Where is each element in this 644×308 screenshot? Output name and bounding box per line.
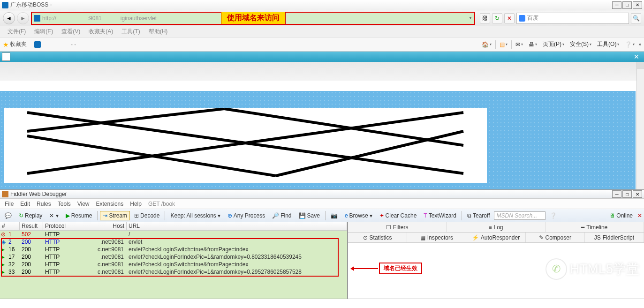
close-button[interactable]: ✕ bbox=[633, 1, 642, 9]
fiddler-maximize-button[interactable]: □ bbox=[622, 190, 632, 198]
stop-button[interactable]: ✕ bbox=[504, 13, 515, 23]
annotation-arrow: 域名已经生效 bbox=[352, 263, 422, 274]
maximize-button[interactable]: □ bbox=[622, 1, 632, 9]
fmenu-rules[interactable]: Rules bbox=[34, 200, 54, 208]
fiddler-title-bar: Fiddler Web Debugger ─ □ ✕ bbox=[0, 189, 644, 199]
watermark: ✆ HTML5学堂 bbox=[546, 258, 639, 280]
fmenu-extensions[interactable]: Extensions bbox=[93, 200, 127, 208]
page-menu[interactable]: 页面(P)▾ bbox=[541, 39, 566, 49]
ie-tab-bar: ✕ bbox=[0, 52, 644, 62]
baidu-icon bbox=[519, 15, 525, 22]
session-row[interactable]: ⊘1502HTTP/ bbox=[0, 231, 347, 238]
active-tab[interactable] bbox=[2, 53, 10, 61]
ie-app-icon bbox=[2, 2, 8, 8]
tab-composer[interactable]: ✎Composer bbox=[526, 233, 585, 242]
help-button[interactable]: ❔▾ bbox=[623, 40, 636, 49]
tools-menu[interactable]: 工具(O)▾ bbox=[595, 39, 621, 49]
fav-dash: - - bbox=[71, 41, 76, 48]
screenshot-button[interactable]: 📷 bbox=[328, 211, 341, 220]
site-fav-icon[interactable] bbox=[34, 41, 41, 48]
save-button[interactable]: 💾Save bbox=[296, 211, 323, 220]
fiddler-menu-bar: File Edit Rules Tools View Extensions He… bbox=[0, 199, 644, 209]
url-dropdown-icon[interactable]: ▼ bbox=[469, 16, 472, 20]
session-row[interactable]: ▸33200HTTPc.net:9081ervlet?checkLoginFor… bbox=[0, 268, 347, 276]
help-button-fiddler[interactable]: ❔ bbox=[547, 211, 560, 220]
fmenu-tools[interactable]: Tools bbox=[55, 200, 74, 208]
annotation-domain-effective: 域名已经生效 bbox=[379, 263, 422, 274]
tab-timeline[interactable]: ━Timeline bbox=[546, 222, 644, 232]
sessions-header[interactable]: # Result Protocol Host URL bbox=[0, 222, 347, 231]
fiddler-close-button[interactable]: ✕ bbox=[633, 190, 642, 198]
home-button[interactable]: 🏠▾ bbox=[480, 40, 493, 49]
minimize-button[interactable]: ─ bbox=[612, 1, 621, 9]
svg-line-2 bbox=[27, 109, 224, 131]
sessions-list[interactable]: ⊘1502HTTP/◈2200HTTP.net:9081ervlet▸16200… bbox=[0, 231, 347, 299]
tab-filters[interactable]: ☐Filters bbox=[348, 222, 447, 232]
comment-button[interactable]: 💬 bbox=[2, 211, 15, 220]
tab-inspectors[interactable]: ▦Inspectors bbox=[407, 233, 466, 242]
toolbar-close-icon[interactable]: ✕ bbox=[637, 212, 642, 219]
annotation-domain-label: 使用域名来访问 bbox=[221, 12, 286, 24]
replay-button[interactable]: ↻Replay bbox=[16, 211, 45, 220]
menu-view[interactable]: 查看(V) bbox=[58, 27, 84, 37]
fmenu-file[interactable]: File bbox=[2, 200, 16, 208]
print-button[interactable]: 🖶▾ bbox=[527, 40, 539, 49]
col-url: URL bbox=[127, 222, 347, 230]
scroll-up-button[interactable] bbox=[637, 62, 644, 68]
session-row[interactable]: ▸17200HTTP.net:9081ervlet?checkLoginForI… bbox=[0, 253, 347, 261]
site-icon bbox=[34, 15, 40, 22]
scrollbar[interactable] bbox=[636, 62, 644, 189]
safety-menu[interactable]: 安全(S)▾ bbox=[568, 39, 593, 49]
clear-cache-button[interactable]: ✦Clear Cache bbox=[377, 211, 420, 220]
refresh-button[interactable]: ↻ bbox=[492, 13, 502, 23]
fmenu-view[interactable]: View bbox=[75, 200, 92, 208]
star-icon[interactable]: ★ bbox=[3, 41, 9, 48]
keep-sessions-button[interactable]: Keep: All sessions ▾ bbox=[167, 211, 223, 220]
back-button[interactable]: ◄ bbox=[3, 12, 15, 24]
col-host: Host bbox=[72, 222, 127, 230]
textwizard-button[interactable]: TTextWizard bbox=[421, 211, 459, 220]
stream-button[interactable]: ⇥Stream bbox=[100, 211, 130, 220]
remove-button[interactable]: ✕ ▾ bbox=[46, 211, 61, 220]
menu-favorites[interactable]: 收藏夹(A) bbox=[85, 27, 117, 37]
online-status[interactable]: 🖥Online bbox=[606, 211, 636, 220]
rss-button[interactable]: ▤▾ bbox=[498, 40, 509, 49]
search-box[interactable]: 百度 bbox=[516, 13, 629, 24]
expand-chevron-icon[interactable]: » bbox=[638, 42, 641, 47]
compat-view-button[interactable]: ⛓ bbox=[480, 13, 490, 23]
search-placeholder: 百度 bbox=[527, 14, 538, 22]
msdn-search-input[interactable] bbox=[494, 211, 546, 220]
session-row[interactable]: ▸32200HTTPc.net:9081ervlet?checkLoginSwi… bbox=[0, 261, 347, 268]
address-bar[interactable]: 使用域名来访问 ▼ bbox=[31, 12, 475, 25]
fiddler-toolbar: 💬 ↻Replay ✕ ▾ ▶Resume ⇥Stream ⊞Decode Ke… bbox=[0, 209, 644, 222]
menu-tools[interactable]: 工具(T) bbox=[118, 27, 144, 37]
tabs-lower: ⊙Statistics▦Inspectors⚡AutoResponder✎Com… bbox=[348, 233, 644, 243]
forward-button[interactable]: ► bbox=[17, 12, 29, 24]
fmenu-edit[interactable]: Edit bbox=[17, 200, 33, 208]
session-row[interactable]: ◈2200HTTP.net:9081ervlet bbox=[0, 238, 347, 246]
fmenu-getbook[interactable]: GET /book bbox=[145, 200, 178, 208]
tearoff-button[interactable]: ⧉Tearoff bbox=[464, 211, 492, 220]
ie-content-area bbox=[0, 62, 644, 189]
tab-log[interactable]: ≡Log bbox=[447, 222, 545, 232]
tab-close-button[interactable]: ✕ bbox=[631, 53, 642, 60]
fmenu-help[interactable]: Help bbox=[127, 200, 144, 208]
mail-button[interactable]: ✉▾ bbox=[514, 40, 525, 49]
session-row[interactable]: ▸16200HTTPc.net:9081ervlet?checkLoginSwi… bbox=[0, 246, 347, 253]
col-number: # bbox=[0, 222, 20, 230]
favorites-label[interactable]: 收藏夹 bbox=[10, 40, 27, 48]
fiddler-minimize-button[interactable]: ─ bbox=[612, 190, 621, 198]
tab-autoresponder[interactable]: ⚡AutoResponder bbox=[466, 233, 525, 242]
menu-edit[interactable]: 编辑(E) bbox=[30, 27, 57, 37]
browse-button[interactable]: eBrowse ▾ bbox=[342, 211, 375, 220]
menu-file[interactable]: 文件(F) bbox=[4, 27, 30, 37]
find-button[interactable]: 🔎Find bbox=[269, 211, 294, 220]
decode-button[interactable]: ⊞Decode bbox=[131, 211, 162, 220]
tab-statistics[interactable]: ⊙Statistics bbox=[348, 233, 407, 242]
ie-nav-bar: ◄ ► 使用域名来访问 ▼ ⛓ ↻ ✕ 百度 🔍 bbox=[0, 10, 644, 26]
menu-help[interactable]: 帮助(H) bbox=[145, 27, 172, 37]
any-process-button[interactable]: ⊕Any Process bbox=[225, 211, 268, 220]
resume-button[interactable]: ▶Resume bbox=[63, 211, 95, 220]
search-go-button[interactable]: 🔍 bbox=[631, 13, 641, 23]
tab-fiddlerscript[interactable]: JSFiddlerScript bbox=[585, 233, 644, 242]
